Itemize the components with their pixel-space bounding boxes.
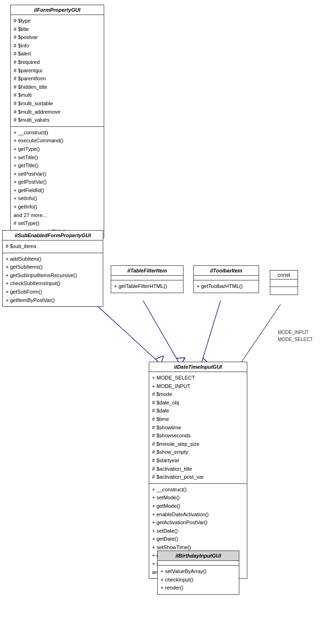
ilDateTimeInputGUI-box: ilDateTimeInputGUI + MODE_SELECT + MODE_… [149, 362, 247, 579]
svg-line-4 [143, 301, 178, 362]
ilDateTimeInputGUI-title: ilDateTimeInputGUI [149, 362, 247, 372]
svg-line-6 [242, 304, 281, 362]
ilFormPropertyGUI-title: ilFormPropertyGUI [11, 5, 104, 15]
ilSubEnabledFormPropertyGUI-box: ilSubEnabledFormPropertyGUI # $sub_items… [2, 230, 103, 307]
svg-line-3 [92, 301, 158, 362]
ilToolbarItem-empty [194, 276, 259, 280]
const-row-2 [270, 287, 298, 295]
const-box: const [270, 270, 298, 295]
ilBirthdayInputGUI-empty [158, 561, 239, 566]
ilFormPropertyGUI-attributes: # $type # $title # $postvar # $info # $a… [11, 15, 104, 127]
ilFormPropertyGUI-box: ilFormPropertyGUI # $type # $title # $po… [10, 5, 104, 238]
const-row-1 [270, 279, 298, 287]
ilToolbarItem-title: ilToolbarItem [194, 266, 259, 276]
ilTableFilterItem-empty [111, 276, 183, 280]
ilTableFilterItem-title: ilTableFilterItem [111, 266, 183, 276]
ilDateTimeInputGUI-attributes: + MODE_SELECT + MODE_INPUT # $mode # $da… [149, 372, 247, 484]
ilBirthdayInputGUI-methods: + setValueByArray() + checkInput() + ren… [158, 566, 239, 594]
ilToolbarItem-box: ilToolbarItem + getToolbarHTML() [193, 265, 259, 293]
ilSubEnabledFormPropertyGUI-title: ilSubEnabledFormPropertyGUI [3, 231, 103, 241]
ilBirthdayInputGUI-box: ilBirthdayInputGUI + setValueByArray() +… [157, 551, 239, 595]
mode-select-label: MODE_SELECT [278, 336, 313, 343]
mode-label: MODE_INPUT MODE_SELECT [278, 329, 313, 343]
ilTableFilterItem-methods: + getTableFilterHTML() [111, 280, 183, 293]
ilSubEnabledFormPropertyGUI-methods: + addSubItem() + getSubItems() + getSubI… [3, 253, 103, 307]
ilTableFilterItem-box: ilTableFilterItem + getTableFilterHTML() [111, 265, 183, 293]
mode-input-label: MODE_INPUT [278, 329, 313, 336]
ilSubEnabledFormPropertyGUI-attributes: # $sub_items [3, 241, 103, 253]
const-header: const [270, 271, 298, 279]
ilBirthdayInputGUI-title: ilBirthdayInputGUI [158, 551, 239, 561]
svg-line-5 [202, 301, 221, 362]
ilToolbarItem-methods: + getToolbarHTML() [194, 280, 259, 293]
ilFormPropertyGUI-methods: + __construct() + executeCommand() + get… [11, 127, 104, 238]
diagram-container: ilFormPropertyGUI # $type # $title # $po… [0, 0, 321, 644]
